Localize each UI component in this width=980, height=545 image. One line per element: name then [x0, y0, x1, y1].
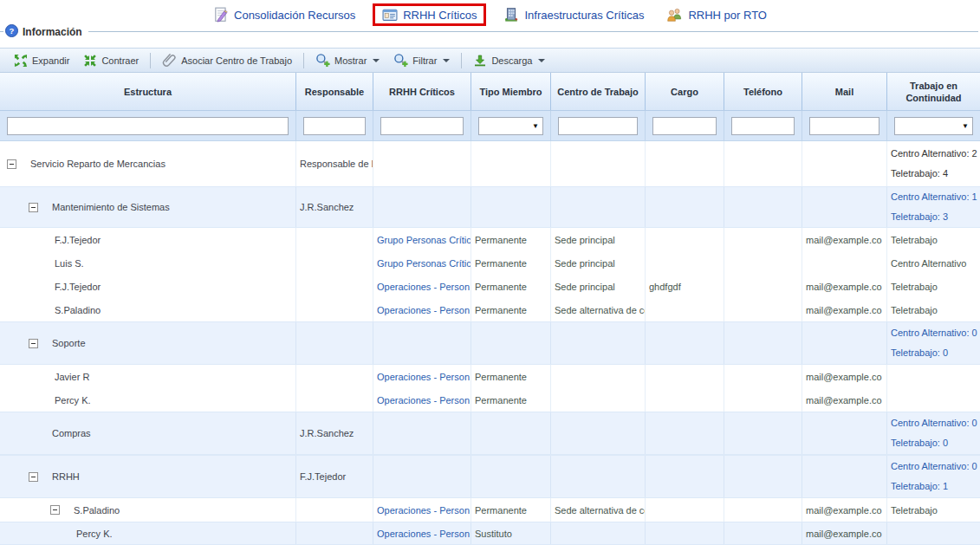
filter-cell-responsable: [295, 111, 373, 140]
column-header-estructura[interactable]: Estructura: [0, 73, 295, 110]
filter-input-estructura[interactable]: [7, 117, 289, 135]
filter-input-cargo[interactable]: [652, 117, 717, 135]
tab-infraestructuras-cr-ticas[interactable]: Infraestructuras Críticas: [498, 4, 649, 25]
toolbar-button-label: Asociar Centro de Trabajo: [181, 55, 292, 66]
cell-responsable: F.J.Tejedor: [295, 456, 373, 497]
tab-consolidaci-n-recursos[interactable]: Consolidación Recursos: [208, 4, 360, 25]
filter-cell-centro: [550, 111, 645, 140]
cell-cargo: [645, 365, 724, 388]
collapse-node-icon[interactable]: [50, 505, 60, 515]
table-row[interactable]: Javier ROperaciones - PersonPermanentema…: [0, 365, 980, 388]
column-header-telefono[interactable]: Teléfono: [724, 73, 802, 110]
people-icon: [666, 8, 683, 23]
column-header-rrhh[interactable]: RRHH Críticos: [373, 73, 471, 110]
cell-rrhh[interactable]: Operaciones - Person: [373, 388, 471, 412]
cell-rrhh[interactable]: Operaciones - Person: [373, 498, 471, 522]
continuidad-line: Teletrabajo: 4: [891, 164, 948, 184]
cell-telefono: [724, 365, 802, 388]
toolbar-button-label: Mostrar: [334, 55, 367, 66]
mostrar-button[interactable]: Mostrar: [308, 51, 386, 70]
collapse-node-icon[interactable]: [29, 472, 38, 482]
filter-input-centro[interactable]: [558, 117, 638, 135]
expandir-button[interactable]: Expandir: [7, 51, 76, 70]
filter-input-telefono[interactable]: [731, 117, 795, 135]
svg-text:?: ?: [10, 26, 15, 36]
filter-cell-tipo: ▼: [471, 111, 550, 140]
cell-rrhh[interactable]: Grupo Personas Crític: [373, 251, 471, 275]
cell-mail: mail@example.co: [802, 365, 886, 388]
filter-select-tipo[interactable]: ▼: [478, 117, 543, 135]
filter-input-responsable[interactable]: [303, 117, 366, 135]
table-row[interactable]: Luis S.Grupo Personas CríticPermanenteSe…: [0, 251, 980, 275]
table-row[interactable]: F.J.TejedorOperaciones - PersonPermanent…: [0, 275, 980, 298]
column-header-responsable[interactable]: Responsable: [295, 73, 373, 110]
filter-input-mail[interactable]: [809, 117, 879, 135]
cell-responsable: [295, 498, 373, 522]
cell-cargo: [645, 298, 724, 321]
continuidad-line: Teletrabajo: 3: [891, 207, 948, 227]
contraer-button[interactable]: Contraer: [76, 51, 146, 70]
filtrar-button[interactable]: Filtrar: [386, 51, 457, 70]
filter-cell-estructura: [0, 111, 295, 140]
chevron-down-icon: [443, 59, 450, 62]
cell-rrhh[interactable]: Operaciones - Person: [373, 365, 471, 388]
column-header-mail[interactable]: Mail: [802, 73, 886, 110]
table-row[interactable]: S.PaladinoOperaciones - PersonPermanente…: [0, 498, 980, 522]
estructura-label: Compras: [52, 428, 91, 438]
cell-estructura: Percy K.: [0, 388, 295, 412]
estructura-label: Percy K.: [76, 529, 113, 539]
tab-rrhh-cr-ticos[interactable]: RRHH Críticos: [373, 3, 486, 26]
collapse-node-icon[interactable]: [7, 159, 16, 169]
cell-tipo: Permanente: [471, 365, 550, 388]
table-row[interactable]: Percy K.Operaciones - PersonPermanentema…: [0, 388, 980, 412]
chevron-down-icon: [538, 59, 545, 62]
cell-rrhh[interactable]: Operaciones - Person: [373, 298, 471, 321]
cell-tipo: Permanente: [471, 275, 550, 298]
cell-tipo: Permanente: [471, 228, 550, 251]
column-header-cargo[interactable]: Cargo: [645, 73, 724, 110]
column-header-tipo[interactable]: Tipo Miembro: [471, 73, 550, 110]
table-row[interactable]: F.J.TejedorGrupo Personas CríticPermanen…: [0, 228, 980, 251]
column-header-centro[interactable]: Centro de Trabajo: [550, 73, 645, 110]
filter-cell-cargo: [645, 111, 724, 140]
table-row[interactable]: SoporteCentro Alternativo: 0Teletrabajo:…: [0, 321, 980, 365]
cell-centro: [550, 141, 645, 186]
filter-input-rrhh[interactable]: [380, 117, 464, 135]
table-row[interactable]: Percy K.Operaciones - PersonSustitutomai…: [0, 522, 980, 545]
continuidad-line: Centro Alternativo: 1: [891, 187, 977, 207]
cell-tipo: Permanente: [471, 251, 550, 275]
table-row[interactable]: S.PaladinoOperaciones - PersonPermanente…: [0, 298, 980, 321]
collapse-node-icon[interactable]: [29, 203, 38, 212]
filter-cell-rrhh: [373, 111, 471, 140]
table-row[interactable]: Mantenimiento de SistemasJ.R.SanchezCent…: [0, 186, 980, 228]
download-icon: [473, 54, 487, 68]
cell-mail: mail@example.co: [802, 228, 886, 251]
grid-filter-row: ▼▼: [0, 111, 980, 141]
filter-select-continuidad[interactable]: ▼: [894, 117, 973, 135]
tab-label: RRHH Críticos: [403, 9, 477, 22]
table-row[interactable]: RRHHF.J.TejedorCentro Alternativo: 0Tele…: [0, 455, 980, 498]
continuidad-line: Centro Alternativo: [891, 258, 966, 269]
cell-responsable: [295, 388, 373, 412]
cell-rrhh[interactable]: Grupo Personas Crític: [373, 228, 471, 251]
table-row[interactable]: ComprasJ.R.SanchezCentro Alternativo: 0T…: [0, 412, 980, 455]
column-header-continuidad[interactable]: Trabajo en Continuidad: [886, 73, 980, 110]
table-row[interactable]: Servicio Reparto de MercanciasResponsabl…: [0, 141, 980, 186]
cell-tipo: Permanente: [471, 298, 550, 321]
tab-rrhh-por-rto[interactable]: RRHH por RTO: [661, 5, 772, 25]
continuidad-line: Teletrabajo: [891, 282, 938, 292]
toolbar-button-label: Expandir: [32, 55, 69, 66]
continuidad-line: Centro Alternativo: 0: [891, 457, 977, 477]
collapse-node-icon[interactable]: [29, 339, 38, 348]
cell-rrhh[interactable]: Operaciones - Person: [373, 275, 471, 298]
estructura-label: F.J.Tejedor: [55, 235, 101, 245]
cell-estructura: Soporte: [0, 322, 295, 364]
cell-rrhh[interactable]: Operaciones - Person: [373, 522, 471, 544]
cell-estructura: Luis S.: [0, 251, 295, 275]
tab-label: Infraestructuras Críticas: [524, 9, 644, 22]
descarga-button[interactable]: Descarga: [466, 51, 552, 70]
chevron-down-icon: ▼: [532, 122, 539, 130]
filter-cell-telefono: [724, 111, 802, 140]
cell-estructura: S.Paladino: [0, 298, 295, 321]
asociar-centro-de-trabajo-button[interactable]: Asociar Centro de Trabajo: [155, 51, 299, 70]
